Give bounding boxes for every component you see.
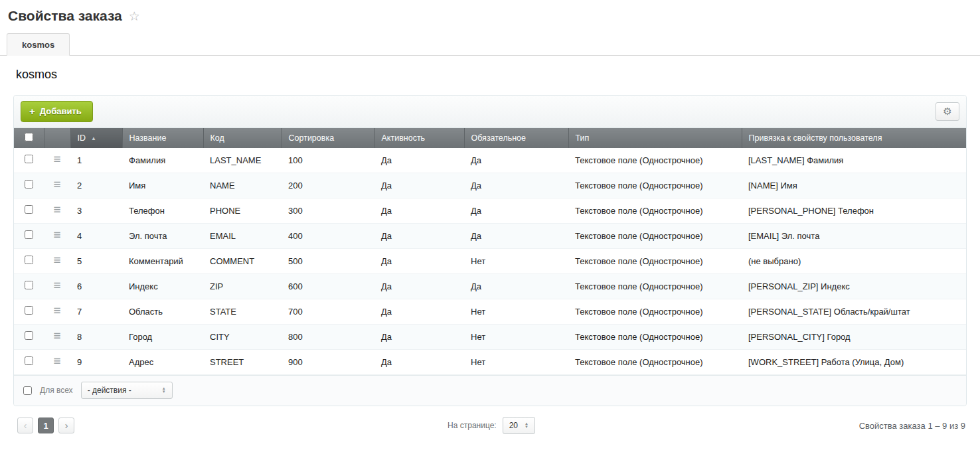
per-page-select[interactable]: 20 ▲▼ xyxy=(503,417,535,434)
column-header-sort[interactable]: Сортировка xyxy=(282,128,374,148)
row-checkbox[interactable] xyxy=(25,180,33,189)
per-page-value: 20 xyxy=(509,421,518,430)
row-checkbox[interactable] xyxy=(25,356,33,365)
row-checkbox-cell xyxy=(14,224,44,249)
cell-sort: 400 xyxy=(282,224,374,249)
column-header-name[interactable]: Название xyxy=(122,128,203,148)
cell-code: ZIP xyxy=(203,274,282,299)
cell-name: Имя xyxy=(122,173,203,198)
row-checkbox[interactable] xyxy=(25,281,33,289)
table-header-row: ID▲ Название Код Сортировка Активность О… xyxy=(14,128,966,148)
page-1-button[interactable]: 1 xyxy=(38,418,54,433)
cell-code: COMMENT xyxy=(203,249,282,274)
table-row[interactable]: ≡ 9 Адрес STREET 900 Да Нет Текстовое по… xyxy=(14,350,966,375)
table-row[interactable]: ≡ 7 Область STATE 700 Да Нет Текстовое п… xyxy=(14,299,966,325)
cell-code: NAME xyxy=(203,173,282,198)
cell-name: Телефон xyxy=(122,198,203,224)
cell-code: LAST_NAME xyxy=(203,148,282,173)
for-all-label: Для всех xyxy=(40,386,73,395)
cell-type: Текстовое поле (Однострочное) xyxy=(568,299,742,325)
row-checkbox[interactable] xyxy=(25,230,33,239)
cell-user-binding: [PERSONAL_ZIP] Индекс xyxy=(742,274,966,299)
add-button-label: Добавить xyxy=(40,106,82,116)
cell-id: 5 xyxy=(70,249,122,274)
select-all-checkbox[interactable] xyxy=(25,133,33,141)
row-menu-icon[interactable]: ≡ xyxy=(53,358,60,364)
table-row[interactable]: ≡ 5 Комментарий COMMENT 500 Да Нет Текст… xyxy=(14,249,966,274)
page-nav: ‹ 1 › xyxy=(17,418,448,433)
records-summary: Свойства заказа 1 – 9 из 9 xyxy=(859,421,965,431)
table-row[interactable]: ≡ 6 Индекс ZIP 600 Да Да Текстовое поле … xyxy=(14,274,966,299)
cell-name: Комментарий xyxy=(122,249,203,274)
cell-active: Да xyxy=(374,299,464,325)
cell-type: Текстовое поле (Однострочное) xyxy=(568,198,742,224)
cell-sort: 900 xyxy=(282,350,374,375)
cell-name: Область xyxy=(122,299,203,325)
cell-sort: 600 xyxy=(282,274,374,299)
section-heading: kosmos xyxy=(0,56,980,86)
cell-required: Нет xyxy=(464,325,568,350)
cell-active: Да xyxy=(374,249,464,274)
row-menu-icon[interactable]: ≡ xyxy=(53,257,60,264)
column-header-type[interactable]: Тип xyxy=(568,128,742,148)
for-all-checkbox[interactable] xyxy=(23,386,32,395)
cell-required: Нет xyxy=(464,350,568,375)
row-checkbox[interactable] xyxy=(25,256,33,264)
cell-code: CITY xyxy=(203,325,282,350)
cell-required: Нет xyxy=(464,299,568,325)
cell-id: 9 xyxy=(70,350,122,375)
page-header: Свойства заказа ☆ xyxy=(0,0,980,24)
cell-type: Текстовое поле (Однострочное) xyxy=(568,249,742,274)
actions-dropdown-value: - действия - xyxy=(88,386,131,395)
cell-code: STREET xyxy=(203,350,282,375)
row-menu-icon[interactable]: ≡ xyxy=(53,156,60,163)
row-menu-icon[interactable]: ≡ xyxy=(53,232,60,238)
row-menu-icon[interactable]: ≡ xyxy=(53,282,60,289)
row-checkbox-cell xyxy=(14,299,44,325)
per-page-arrows-icon: ▲▼ xyxy=(525,422,529,429)
add-button[interactable]: + Добавить xyxy=(21,101,93,122)
tab-kosmos[interactable]: kosmos xyxy=(7,33,70,56)
gear-icon: ⚙ xyxy=(943,106,951,117)
row-menu-cell: ≡ xyxy=(44,274,70,299)
row-checkbox-cell xyxy=(14,173,44,198)
row-checkbox[interactable] xyxy=(25,331,33,340)
cell-type: Текстовое поле (Однострочное) xyxy=(568,350,742,375)
row-checkbox[interactable] xyxy=(25,155,33,163)
cell-name: Фамилия xyxy=(122,148,203,173)
cell-sort: 700 xyxy=(282,299,374,325)
table-body: ≡ 1 Фамилия LAST_NAME 100 Да Да Текстово… xyxy=(14,148,966,375)
cell-required: Да xyxy=(464,173,568,198)
column-header-required[interactable]: Обязательное xyxy=(464,128,568,148)
per-page-control: На странице: 20 ▲▼ xyxy=(448,417,535,434)
column-header-id[interactable]: ID▲ xyxy=(70,128,122,148)
grid-footer: Для всех - действия - ▲▼ xyxy=(14,375,966,406)
grid-settings-button[interactable]: ⚙ xyxy=(936,102,959,121)
pagination-bar: ‹ 1 › На странице: 20 ▲▼ Свойства заказа… xyxy=(0,406,980,434)
table-row[interactable]: ≡ 2 Имя NAME 200 Да Да Текстовое поле (О… xyxy=(14,173,966,198)
row-menu-icon[interactable]: ≡ xyxy=(53,333,60,339)
cell-id: 7 xyxy=(70,299,122,325)
row-menu-icon[interactable]: ≡ xyxy=(53,206,60,213)
cell-user-binding: [WORK_STREET] Работа (Улица, Дом) xyxy=(742,350,966,375)
table-row[interactable]: ≡ 4 Эл. почта EMAIL 400 Да Да Текстовое … xyxy=(14,224,966,249)
column-header-code[interactable]: Код xyxy=(203,128,282,148)
table-row[interactable]: ≡ 1 Фамилия LAST_NAME 100 Да Да Текстово… xyxy=(14,148,966,173)
table-row[interactable]: ≡ 8 Город CITY 800 Да Нет Текстовое поле… xyxy=(14,325,966,350)
row-menu-icon[interactable]: ≡ xyxy=(53,307,60,314)
cell-required: Да xyxy=(464,148,568,173)
prev-page-button[interactable]: ‹ xyxy=(17,418,33,433)
cell-id: 8 xyxy=(70,325,122,350)
row-menu-cell: ≡ xyxy=(44,350,70,375)
column-header-active[interactable]: Активность xyxy=(374,128,464,148)
row-checkbox[interactable] xyxy=(25,205,33,214)
column-header-user-binding[interactable]: Привязка к свойству пользователя xyxy=(742,128,966,148)
actions-dropdown[interactable]: - действия - ▲▼ xyxy=(81,382,173,399)
row-checkbox[interactable] xyxy=(25,306,33,315)
table-row[interactable]: ≡ 3 Телефон PHONE 300 Да Да Текстовое по… xyxy=(14,198,966,224)
row-menu-icon[interactable]: ≡ xyxy=(53,181,60,188)
favorite-star-icon[interactable]: ☆ xyxy=(129,9,140,24)
next-page-button[interactable]: › xyxy=(58,418,74,433)
cell-user-binding: (не выбрано) xyxy=(742,249,966,274)
cell-id: 3 xyxy=(70,198,122,224)
